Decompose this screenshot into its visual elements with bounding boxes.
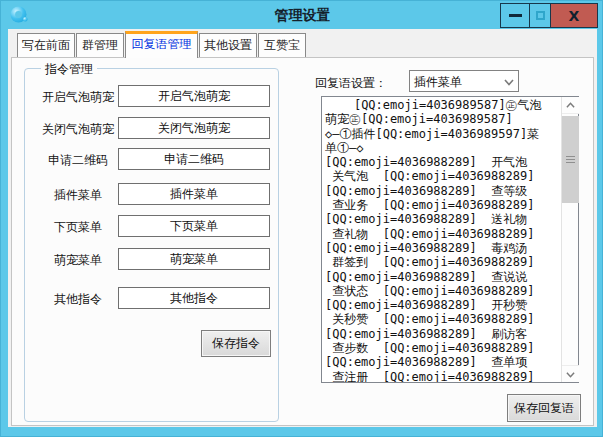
command-row: 插件菜单 — [25, 183, 278, 205]
reply-type-dropdown[interactable]: 插件菜单 — [409, 70, 519, 92]
command-row: 开启气泡萌宠 — [25, 85, 278, 107]
dialog-window: 管理设置 X 写在前面 群管理 回复语管理 其他设置 互赞宝 指令管理 开启气泡… — [0, 0, 603, 437]
command-input-other-commands[interactable] — [118, 287, 270, 309]
save-commands-button[interactable]: 保存指令 — [201, 330, 271, 357]
reply-settings-label: 回复语设置： — [315, 75, 387, 92]
tab-group-management[interactable]: 群管理 — [76, 33, 124, 57]
scroll-up-button[interactable] — [562, 97, 579, 114]
reply-textarea[interactable]: [QQ:emoji=4036989587]㊣气泡 萌宠㊣[QQ:emoji=40… — [322, 97, 561, 382]
scrollbar-thumb[interactable] — [562, 116, 579, 203]
scrollbar[interactable] — [561, 97, 578, 382]
command-label: 关闭气泡萌宠 — [31, 121, 125, 138]
command-input-request-qrcode[interactable] — [118, 148, 270, 170]
chevron-down-icon — [504, 77, 514, 87]
command-label: 插件菜单 — [31, 187, 125, 204]
dropdown-selected-value: 插件菜单 — [414, 74, 462, 91]
command-input-close-bubble-pet[interactable] — [118, 117, 270, 139]
command-label: 开启气泡萌宠 — [31, 89, 125, 106]
command-row: 下页菜单 — [25, 215, 278, 237]
reply-text-box: [QQ:emoji=4036989587]㊣气泡 萌宠㊣[QQ:emoji=40… — [321, 96, 579, 383]
chevron-up-icon — [566, 101, 575, 110]
command-label: 申请二维码 — [31, 152, 125, 169]
tab-page-reply-management: 指令管理 开启气泡萌宠 关闭气泡萌宠 申请二维码 插件菜单 — [11, 57, 594, 426]
save-reply-button[interactable]: 保存回复语 — [507, 394, 581, 422]
titlebar: 管理设置 X — [1, 1, 603, 29]
maximize-icon — [536, 11, 545, 20]
tab-other-settings[interactable]: 其他设置 — [199, 33, 257, 57]
close-button[interactable]: X — [550, 3, 598, 28]
command-row: 萌宠菜单 — [25, 248, 278, 270]
command-input-next-page-menu[interactable] — [118, 215, 270, 237]
command-management-groupbox: 指令管理 开启气泡萌宠 关闭气泡萌宠 申请二维码 插件菜单 — [24, 68, 279, 422]
groupbox-legend: 指令管理 — [41, 61, 97, 78]
scroll-down-button[interactable] — [562, 365, 579, 382]
client-area: 写在前面 群管理 回复语管理 其他设置 互赞宝 指令管理 开启气泡萌宠 关闭气泡… — [8, 29, 597, 427]
command-row: 关闭气泡萌宠 — [25, 117, 278, 139]
command-label: 萌宠菜单 — [31, 252, 125, 269]
command-input-open-bubble-pet[interactable] — [118, 85, 270, 107]
command-row: 其他指令 — [25, 287, 278, 309]
command-input-pet-menu[interactable] — [118, 248, 270, 270]
chevron-down-icon — [566, 370, 575, 379]
command-input-plugin-menu[interactable] — [118, 183, 270, 205]
minimize-icon — [509, 14, 522, 17]
command-row: 申请二维码 — [25, 148, 278, 170]
command-label: 下页菜单 — [31, 219, 125, 236]
tab-reply-management[interactable]: 回复语管理 — [125, 31, 198, 58]
close-icon: X — [569, 9, 580, 23]
tab-written-upfront[interactable]: 写在前面 — [17, 33, 75, 57]
scrollbar-grip-icon — [566, 156, 575, 163]
minimize-button[interactable] — [500, 3, 530, 28]
command-label: 其他指令 — [31, 291, 125, 308]
tab-mutual-like[interactable]: 互赞宝 — [258, 33, 306, 57]
maximize-button[interactable] — [529, 3, 551, 28]
